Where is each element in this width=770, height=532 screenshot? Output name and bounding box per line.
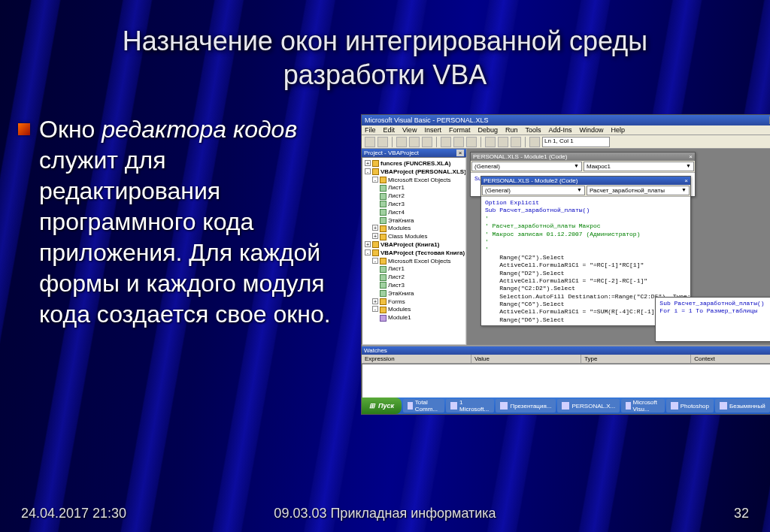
taskbar-item[interactable]: Безымянный bbox=[715, 399, 770, 413]
toolbar-button[interactable] bbox=[365, 137, 375, 147]
ide-screenshot: Microsoft Visual Basic - PERSONAL.XLS _ … bbox=[361, 114, 770, 415]
windows-taskbar[interactable]: ⊞ Пуск Total Comm... 1 Microsoft... През… bbox=[362, 397, 770, 414]
proc-combo[interactable]: Макрос1▼ bbox=[584, 162, 694, 171]
close-icon[interactable]: × bbox=[456, 150, 464, 156]
taskbar-item[interactable]: Презентация... bbox=[496, 399, 556, 413]
toolbar-button[interactable] bbox=[453, 137, 464, 147]
toolbar-button[interactable] bbox=[529, 137, 540, 147]
taskbar-item[interactable]: Photoshop bbox=[666, 399, 714, 413]
project-panel-title: Project - VBAProject× bbox=[362, 149, 466, 157]
taskbar-item[interactable]: Total Comm... bbox=[403, 399, 444, 413]
slide-title: Назначение окон интегрированной среды ра… bbox=[0, 0, 770, 92]
footer-date: 24.04.2017 21:30 bbox=[21, 506, 126, 521]
ide-toolbar[interactable]: Ln 1, Col 1 bbox=[362, 135, 770, 149]
ide-menubar[interactable]: FileEditViewInsertFormatDebugRunToolsAdd… bbox=[362, 125, 770, 135]
toolbar-button[interactable] bbox=[409, 137, 420, 147]
slide-footer: 24.04.2017 21:30 09.03.03 Прикладная инф… bbox=[0, 506, 770, 521]
position-indicator: Ln 1, Col 1 bbox=[542, 137, 610, 147]
watch-panel[interactable]: Watches× Expression Value Type Context bbox=[362, 345, 770, 397]
bullet-icon bbox=[18, 123, 30, 135]
toolbar-button[interactable] bbox=[466, 137, 477, 147]
taskbar-item[interactable]: Microsoft Visu... bbox=[621, 399, 664, 413]
object-combo[interactable]: (General)▼ bbox=[471, 162, 582, 171]
toolbar-button[interactable] bbox=[377, 137, 388, 147]
stop-icon[interactable] bbox=[511, 137, 521, 147]
taskbar-item[interactable]: PERSONAL.X... bbox=[557, 399, 620, 413]
taskbar-item[interactable]: 1 Microsoft... bbox=[446, 399, 494, 413]
toolbar-button[interactable] bbox=[422, 137, 432, 147]
bullet-item: Окно редактора кодов служит для редактир… bbox=[18, 114, 347, 330]
toolbar-button[interactable] bbox=[396, 137, 407, 147]
footer-subject: 09.03.03 Прикладная информатика bbox=[274, 506, 496, 521]
code-window-small[interactable]: Sub Расчет_заработной_платы() For i = 1 … bbox=[655, 297, 770, 342]
windows-icon: ⊞ bbox=[369, 402, 375, 410]
run-icon[interactable] bbox=[485, 137, 496, 147]
proc-combo[interactable]: Расчет_заработной_платы▼ bbox=[587, 186, 690, 195]
start-button[interactable]: ⊞ Пуск bbox=[362, 397, 402, 414]
bullet-text: Окно редактора кодов служит для редактир… bbox=[39, 114, 347, 330]
pause-icon[interactable] bbox=[498, 137, 508, 147]
code-area[interactable]: Sub Расчет_заработной_платы() For i = 1 … bbox=[656, 298, 770, 341]
project-tree[interactable]: +funcres (FUNCRES.XLA) -VBAProject (PERS… bbox=[362, 157, 466, 345]
toolbar-button[interactable] bbox=[441, 137, 451, 147]
ide-titlebar: Microsoft Visual Basic - PERSONAL.XLS _ … bbox=[362, 115, 770, 125]
object-combo[interactable]: (General)▼ bbox=[482, 186, 585, 195]
slide-number: 32 bbox=[734, 506, 749, 521]
